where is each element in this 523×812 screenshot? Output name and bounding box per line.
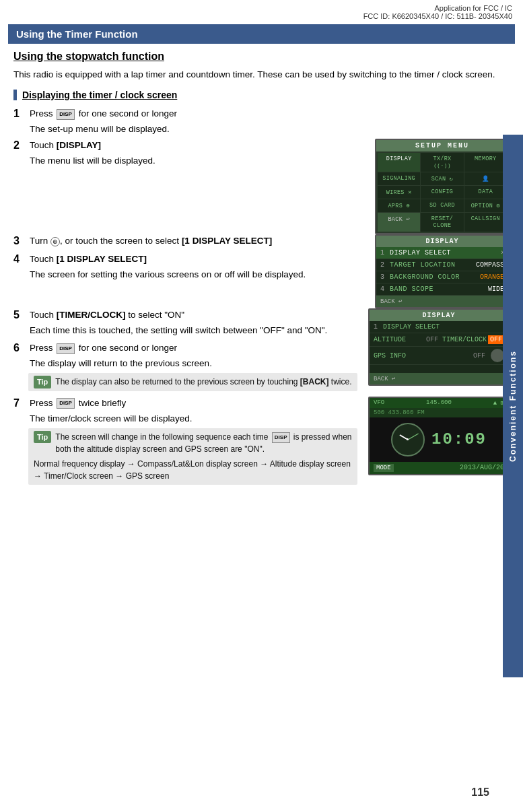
vfo-bar: VFO 145.600 ▲ ⊞ bbox=[370, 398, 508, 408]
step-2-left: 2 Touch [DISPLAY] The menu list will be … bbox=[13, 139, 364, 170]
display-screen-2-header: DISPLAY bbox=[370, 310, 508, 321]
step-7-image: VFO 145.600 ▲ ⊞ 500 433.860 FM bbox=[368, 397, 510, 475]
step-56-image: DISPLAY 1 DISPLAY SELECT ALTITUDE OFF TI… bbox=[368, 308, 510, 386]
setup-cell-back: BACK ↩ bbox=[378, 213, 420, 232]
intro-text: This radio is equipped with a lap timer … bbox=[13, 68, 510, 81]
side-tab-wrapper: Convenient Functions bbox=[503, 135, 523, 677]
step-7-number: 7 bbox=[13, 397, 30, 411]
clock-area: 10:09 bbox=[370, 417, 508, 462]
setup-cell-reset: RESET/ CLONE bbox=[421, 213, 463, 232]
step-6-number: 6 bbox=[13, 341, 30, 356]
tip-text-7b: Normal frequency display → Compass/Lat&L… bbox=[34, 458, 352, 482]
step-2-image: SETUP MENU DISPLAY TX/RX ((·)) MEMORY SI… bbox=[375, 139, 510, 234]
sub-subsection-title: Displaying the timer / clock screen bbox=[22, 90, 177, 100]
page-header: Application for FCC / IC FCC ID: K662034… bbox=[0, 0, 523, 22]
mode-label: MODE bbox=[374, 464, 394, 472]
tip-text-6: The display can also be returned to the … bbox=[55, 376, 351, 388]
ds2-back-label: BACK ↩ bbox=[374, 375, 395, 382]
display-row-2-value: COMPASS bbox=[476, 261, 504, 269]
section-title: Using the Timer Function bbox=[16, 28, 138, 40]
step-6-sub: The display will return to the previous … bbox=[30, 357, 357, 370]
ds2-row-1-num: 1 bbox=[374, 323, 383, 331]
ds2-row-3: GPS INFO OFF bbox=[370, 347, 508, 365]
touch-indicator bbox=[491, 349, 504, 362]
setup-cell-scan: SCAN ↻ bbox=[421, 172, 463, 185]
timer-clock-screen: VFO 145.600 ▲ ⊞ 500 433.860 FM bbox=[368, 397, 510, 475]
step-6-text: Press DISP for one second or longer bbox=[30, 341, 357, 356]
setup-cell-display: DISPLAY bbox=[378, 153, 420, 172]
ds2-timer-value: OFF bbox=[488, 335, 504, 344]
tip-text-7a: The screen will change in the following … bbox=[55, 431, 352, 455]
step-5-number: 5 bbox=[13, 308, 30, 323]
ds2-altitude-label: ALTITUDE bbox=[374, 336, 426, 343]
section-title-bar: Using the Timer Function bbox=[8, 24, 515, 44]
setup-cell-txrx: TX/RX ((·)) bbox=[421, 153, 463, 172]
ds2-back-row: BACK ↩ bbox=[370, 373, 508, 384]
disp-icon-6: DISP bbox=[57, 343, 75, 354]
display-row-3-value: ORANGE bbox=[480, 273, 504, 281]
setup-cell-callsign: CALLSIGN bbox=[464, 213, 507, 232]
display-row-4-label: BAND SCOPE bbox=[390, 285, 488, 293]
display-row-3-label: BACKGROUND COLOR bbox=[390, 273, 480, 281]
step-7-sub: The timer/clock screen will be displayed… bbox=[30, 412, 357, 426]
display-row-1: 1 DISPLAY SELECT › bbox=[376, 247, 508, 259]
step-6-tip: Tip The display can also be returned to … bbox=[28, 373, 357, 391]
tip-label-7: Tip bbox=[34, 431, 51, 444]
step-4-text: Touch [1 DISPLAY SELECT] bbox=[30, 252, 364, 267]
setup-cell-option: OPTION ⚙ bbox=[464, 199, 507, 212]
clock-face bbox=[391, 423, 425, 456]
display-row-2: 2 TARGET LOCATION COMPASS bbox=[376, 259, 508, 271]
vfo-freq: 145.600 bbox=[426, 399, 452, 406]
ds2-row-1-label: DISPLAY SELECT bbox=[383, 323, 504, 331]
step-5-text: Touch [TIMER/CLOCK] to select "ON" bbox=[30, 308, 357, 323]
ds2-gps-label: GPS INFO bbox=[374, 352, 473, 360]
display-row-3-num: 3 bbox=[380, 273, 390, 281]
setup-cell-aprs: APRS ⊕ bbox=[378, 199, 420, 212]
step-1-sub: The set-up menu will be displayed. bbox=[30, 123, 510, 136]
step-3-number: 3 bbox=[13, 234, 30, 248]
display-screen-2: DISPLAY 1 DISPLAY SELECT ALTITUDE OFF TI… bbox=[368, 308, 510, 386]
display-screen-1: DISPLAY 1 DISPLAY SELECT › 2 TARGET LOCA… bbox=[375, 234, 510, 308]
disp-icon-tip: DISP bbox=[272, 432, 290, 443]
disp-icon-7: DISP bbox=[57, 398, 75, 409]
step-56-area: 5 Touch [TIMER/CLOCK] to select "ON" Eac… bbox=[13, 308, 510, 397]
setup-menu-header: SETUP MENU bbox=[376, 140, 508, 151]
setup-cell-signaling: SIGNALING bbox=[378, 172, 420, 185]
step-7-text: Press DISP twice briefly bbox=[30, 397, 357, 411]
step-2-number: 2 bbox=[13, 139, 30, 153]
step-7-tip: Tip The screen will change in the follow… bbox=[28, 428, 357, 485]
step-7-area: 7 Press DISP twice briefly The timer/clo… bbox=[13, 397, 510, 490]
setup-menu-grid: DISPLAY TX/RX ((·)) MEMORY SIGNALING SCA… bbox=[376, 151, 508, 233]
step-34-left: 3 Turn ⊕, or touch the screen to select … bbox=[13, 234, 364, 284]
sub-subsection: Displaying the timer / clock screen bbox=[13, 90, 510, 100]
setup-cell-memory: MEMORY bbox=[464, 153, 507, 172]
step-4: 4 Touch [1 DISPLAY SELECT] bbox=[13, 252, 364, 267]
display-row-4: 4 BAND SCOPE WIDE bbox=[376, 283, 508, 296]
main-content: Using the stopwatch function This radio … bbox=[0, 50, 523, 504]
mode-bar: MODE 2013/AUG/20 bbox=[370, 462, 508, 474]
sub-subsection-bar bbox=[13, 90, 17, 100]
vfo-sub-bar: 500 433.860 FM bbox=[370, 408, 508, 417]
display-row-1-label: DISPLAY SELECT bbox=[390, 249, 500, 257]
ds2-spacer bbox=[370, 365, 508, 373]
step-7-left: 7 Press DISP twice briefly The timer/clo… bbox=[13, 397, 357, 490]
header-line1: Application for FCC / IC bbox=[11, 4, 512, 12]
display-screen-1-header: DISPLAY bbox=[376, 236, 508, 247]
back-label: BACK ↩ bbox=[380, 298, 402, 305]
vfo-label: VFO bbox=[374, 399, 384, 406]
step-2-area: 2 Touch [DISPLAY] The menu list will be … bbox=[13, 139, 510, 234]
steps-block: 1 Press DISP for one second or longer Th… bbox=[13, 107, 510, 490]
setup-cell-wires: WIRES ✕ bbox=[378, 186, 420, 199]
display-row-2-num: 2 bbox=[380, 261, 390, 269]
step-2-sub: The menu list will be displayed. bbox=[30, 154, 364, 168]
step-4-sub: The screen for setting the various scree… bbox=[30, 268, 364, 281]
digital-time: 10:09 bbox=[431, 430, 487, 448]
step-3-text: Turn ⊕, or touch the screen to select [1… bbox=[30, 234, 364, 248]
setup-menu-screen: SETUP MENU DISPLAY TX/RX ((·)) MEMORY SI… bbox=[375, 139, 510, 234]
step-56-left: 5 Touch [TIMER/CLOCK] to select "ON" Eac… bbox=[13, 308, 357, 397]
setup-cell-data: DATA bbox=[464, 186, 507, 199]
side-tab-text: Convenient Functions bbox=[508, 350, 518, 462]
step-2-text: Touch [DISPLAY] bbox=[30, 139, 364, 153]
ds2-gps-value: OFF bbox=[473, 352, 485, 360]
step-34-image: DISPLAY 1 DISPLAY SELECT › 2 TARGET LOCA… bbox=[375, 234, 510, 308]
